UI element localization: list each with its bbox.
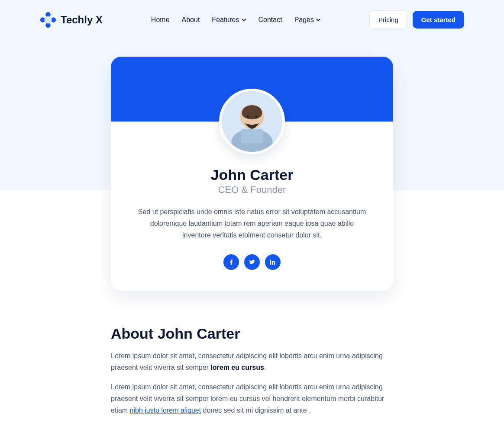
person-name: John Carter xyxy=(135,167,369,183)
person-bio: Sed ut perspiciatis unde omnis iste natu… xyxy=(135,206,369,241)
nav-link-contact[interactable]: Contact xyxy=(258,16,282,24)
nav-links: Home About Features Contact Pages xyxy=(151,16,321,24)
brand-name: Techly X xyxy=(61,14,103,26)
avatar xyxy=(219,89,285,154)
twitter-link[interactable] xyxy=(244,254,260,270)
about-heading: About John Carter xyxy=(111,325,393,342)
about-inline-link[interactable]: nibh justo lorem aliquet xyxy=(130,407,201,414)
facebook-link[interactable] xyxy=(223,254,239,270)
brand[interactable]: Techly X xyxy=(40,12,103,28)
social-links xyxy=(135,254,369,270)
linkedin-link[interactable] xyxy=(265,254,281,270)
brand-logo-icon xyxy=(40,12,56,28)
chevron-down-icon xyxy=(241,17,246,22)
person-role: CEO & Founder xyxy=(135,184,369,195)
svg-point-10 xyxy=(255,115,258,118)
pricing-button[interactable]: Pricing xyxy=(369,10,407,29)
nav-actions: Pricing Get started xyxy=(369,10,464,29)
get-started-button[interactable]: Get started xyxy=(413,11,464,29)
chevron-down-icon xyxy=(316,17,321,22)
nav-link-features[interactable]: Features xyxy=(212,16,246,24)
nav-link-home[interactable]: Home xyxy=(151,16,170,24)
facebook-icon xyxy=(228,259,235,266)
about-section: About John Carter Lorem ipsum dolor sit … xyxy=(111,325,393,423)
twitter-icon xyxy=(249,259,255,266)
svg-point-9 xyxy=(246,115,249,118)
about-paragraph-1: Lorem ipsum dolor sit amet, consectetur … xyxy=(111,350,393,373)
svg-rect-7 xyxy=(241,129,263,144)
svg-point-4 xyxy=(44,16,52,23)
nav-link-about[interactable]: About xyxy=(182,16,200,24)
navbar: Techly X Home About Features Contact Pag… xyxy=(40,0,464,39)
about-paragraph-2: Lorem ipsum dolor sit amet, consectetur … xyxy=(111,381,393,417)
nav-link-pages[interactable]: Pages xyxy=(294,16,321,24)
profile-card: John Carter CEO & Founder Sed ut perspic… xyxy=(111,57,393,291)
linkedin-icon xyxy=(269,259,276,266)
